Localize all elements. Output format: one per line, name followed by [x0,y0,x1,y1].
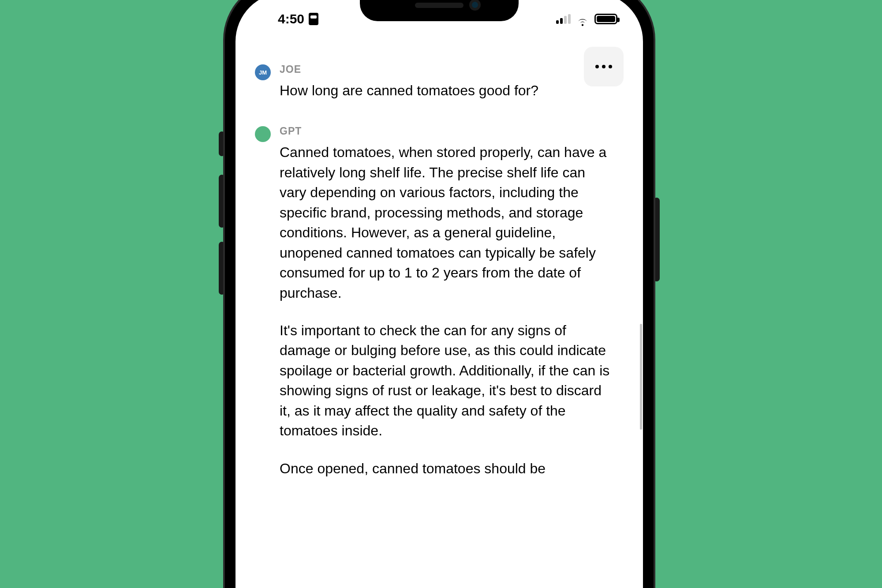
message-sender-name: GPT [280,125,615,137]
phone-silence-switch [219,131,225,156]
message-paragraph: Canned tomatoes, when stored properly, c… [280,142,615,303]
message-body: JOE How long are canned tomatoes good fo… [280,64,624,101]
status-time-group: 4:50 [278,11,318,26]
phone-notch [360,0,519,21]
message-paragraph: It's important to check the can for any … [280,321,615,441]
message-sender-name: JOE [280,64,615,75]
dot-icon [609,65,612,68]
avatar-gpt [255,126,271,142]
battery-icon [594,14,617,24]
phone-frame: 4:50 [225,0,654,588]
wifi-icon [576,14,589,24]
message-assistant: GPT Canned tomatoes, when stored properl… [255,125,624,479]
more-options-button[interactable] [584,47,624,86]
chat-content[interactable]: JM JOE How long are canned tomatoes good… [235,37,643,588]
message-user: JM JOE How long are canned tomatoes good… [255,64,624,101]
battery-fill [597,16,615,22]
dot-icon [602,65,605,68]
phone-volume-down-button [219,242,225,295]
front-camera [469,0,481,11]
phone-volume-up-button [219,175,225,228]
message-text: How long are canned tomatoes good for? [280,81,615,101]
earpiece-speaker [415,3,463,8]
avatar-joe: JM [255,64,271,80]
status-time: 4:50 [278,11,304,26]
status-indicators [556,14,617,24]
phone-power-button [654,198,660,281]
message-paragraph: Once opened, canned tomatoes should be [280,459,615,479]
canvas: 4:50 [0,0,882,588]
dot-icon [595,65,599,68]
contact-card-icon [309,13,318,25]
cellular-signal-icon [556,14,571,24]
avatar-initials: JM [259,69,267,76]
phone-screen: 4:50 [235,0,643,588]
message-text: Canned tomatoes, when stored properly, c… [280,142,615,479]
scrollbar-thumb[interactable] [640,324,642,430]
message-body: GPT Canned tomatoes, when stored properl… [280,125,624,479]
